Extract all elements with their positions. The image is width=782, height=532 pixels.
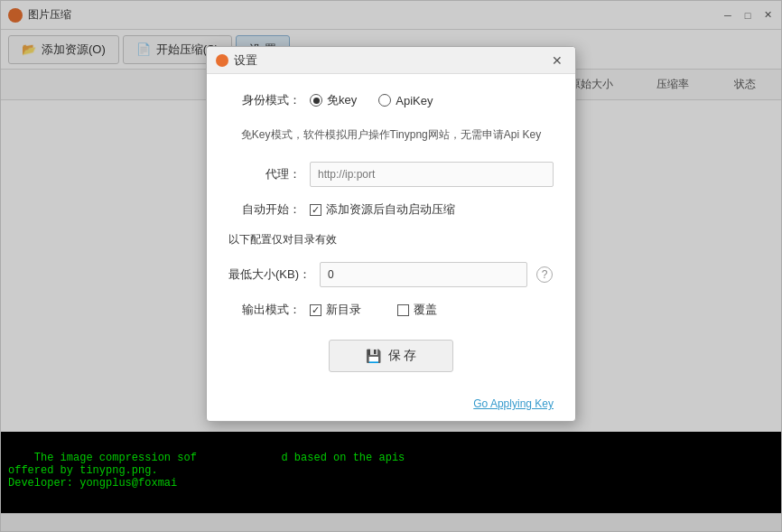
autostart-checkbox[interactable]	[310, 204, 321, 216]
autostart-checkbox-label[interactable]: 添加资源后自动启动压缩	[310, 201, 455, 218]
dialog-body: 身份模式： 免key ApiKey 免Key模式，软件模拟用户操作Tinypng…	[207, 74, 575, 397]
save-icon: 💾	[366, 349, 381, 363]
identity-radio-group: 免key ApiKey	[310, 92, 433, 108]
apply-link-row: Go Applying Key	[207, 397, 575, 421]
settings-dialog: 设置 ✕ 身份模式： 免key ApiKey	[206, 46, 576, 422]
config-note: 以下配置仅对目录有效	[228, 232, 554, 247]
output-mode-row: 输出模式： 新目录 覆盖	[228, 302, 554, 318]
minsize-row: 最低大小(KB)： ?	[228, 262, 554, 287]
autostart-label: 自动开始：	[228, 201, 301, 218]
output-label: 输出模式：	[228, 302, 301, 318]
modal-backdrop: 设置 ✕ 身份模式： 免key ApiKey	[1, 1, 781, 531]
proxy-label: 代理：	[228, 166, 301, 182]
dialog-title: 设置	[234, 52, 548, 69]
apikey-option[interactable]: ApiKey	[378, 94, 433, 107]
info-text: 免Key模式，软件模拟用户操作Tinypng网站，无需申请Api Key	[228, 123, 554, 147]
overwrite-checkbox-label[interactable]: 覆盖	[397, 302, 437, 318]
minsize-input[interactable]	[320, 262, 527, 287]
autostart-row: 自动开始： 添加资源后自动启动压缩	[228, 201, 554, 218]
proxy-input[interactable]	[310, 162, 554, 187]
dialog-title-bar: 设置 ✕	[207, 47, 575, 74]
free-key-option[interactable]: 免key	[310, 92, 357, 108]
dialog-close-button[interactable]: ✕	[548, 51, 566, 70]
save-button[interactable]: 💾 保 存	[329, 340, 454, 372]
go-applying-key-link[interactable]: Go Applying Key	[473, 397, 554, 410]
main-window: 图片压缩 ─ □ ✕ 📂 添加资源(O) 📄 开始压缩(S) 设 置 文件名 原…	[0, 0, 782, 532]
identity-mode-row: 身份模式： 免key ApiKey	[228, 92, 554, 108]
help-icon[interactable]: ?	[536, 266, 553, 283]
apikey-radio[interactable]	[378, 94, 391, 107]
newdir-checkbox[interactable]	[310, 304, 321, 316]
newdir-checkbox-label[interactable]: 新目录	[310, 302, 361, 318]
identity-label: 身份模式：	[228, 92, 301, 108]
dialog-icon	[216, 54, 228, 67]
minsize-label: 最低大小(KB)：	[228, 266, 311, 283]
proxy-row: 代理：	[228, 162, 554, 187]
overwrite-checkbox[interactable]	[397, 304, 409, 316]
free-key-radio[interactable]	[310, 94, 322, 107]
